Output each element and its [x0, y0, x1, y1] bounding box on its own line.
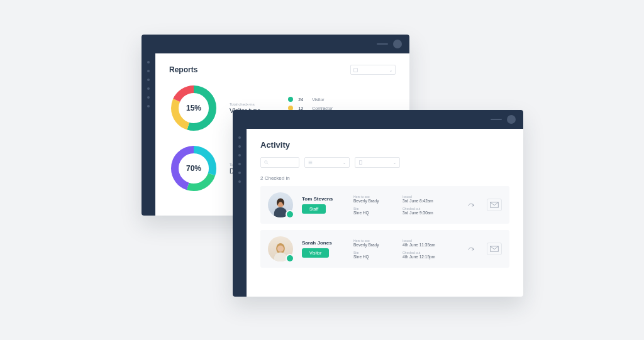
- person-name: Tom Stevens: [302, 196, 345, 202]
- svg-rect-0: [354, 68, 358, 72]
- legend-count: 24: [298, 97, 307, 102]
- role-tag: Staff: [302, 204, 326, 214]
- role-tag: Visitor: [302, 248, 329, 258]
- chevron-down-icon: ⌄: [389, 68, 392, 72]
- titlebar: [142, 35, 409, 53]
- rail-item[interactable]: [147, 105, 150, 107]
- search-icon: [264, 160, 269, 165]
- status-badge-online: [286, 254, 294, 263]
- window-control-close[interactable]: [393, 40, 402, 48]
- meta-value: Beverly Brady: [353, 243, 394, 247]
- filter-select-1[interactable]: ⌄: [304, 157, 350, 168]
- donut-chart-secondary: 70%: [169, 144, 218, 193]
- donut-percent: 70%: [169, 144, 218, 193]
- rail-item[interactable]: [147, 96, 150, 99]
- meta-value: 3rd June 9:30am: [402, 211, 443, 215]
- checkout-button[interactable]: [464, 198, 478, 212]
- rail-item[interactable]: [238, 145, 241, 148]
- rail-item[interactable]: [147, 61, 150, 63]
- side-rail: [233, 129, 247, 297]
- rail-item[interactable]: [238, 180, 241, 183]
- page-title: Activity: [260, 140, 509, 150]
- meta-value: 3rd June 8:42am: [402, 199, 443, 203]
- search-input[interactable]: [260, 157, 299, 168]
- person-name: Sarah Jones: [302, 240, 345, 246]
- avatar: [268, 192, 293, 217]
- svg-point-15: [277, 246, 284, 252]
- meta-value: Sine HQ: [353, 211, 394, 215]
- filter-icon: [353, 68, 358, 72]
- meta-label: Total check-ins: [230, 102, 260, 106]
- message-button[interactable]: [487, 199, 502, 211]
- legend-item: 24 Visitor: [288, 97, 333, 102]
- chevron-down-icon: ⌄: [393, 160, 396, 165]
- rail-item[interactable]: [238, 136, 241, 139]
- svg-rect-12: [359, 161, 362, 165]
- checkout-button[interactable]: [464, 242, 478, 256]
- window-control-close[interactable]: [507, 115, 516, 124]
- filter-select-2[interactable]: ⌄: [355, 157, 400, 168]
- titlebar: [233, 110, 523, 129]
- donut-percent: 15%: [169, 84, 218, 133]
- rail-item[interactable]: [147, 87, 150, 90]
- activity-window: Activity ⌄ ⌄: [233, 110, 523, 297]
- legend-color-swatch: [288, 97, 293, 102]
- window-control-minimize[interactable]: [377, 43, 388, 45]
- document-icon: [358, 160, 363, 165]
- rail-item[interactable]: [147, 79, 150, 81]
- filter-bar: ⌄ ⌄: [260, 157, 509, 168]
- activity-content: Activity ⌄ ⌄: [247, 129, 523, 297]
- svg-line-8: [267, 163, 268, 164]
- rail-item[interactable]: [238, 154, 241, 156]
- legend-label: Visitor: [312, 97, 324, 102]
- chevron-down-icon: ⌄: [343, 160, 346, 165]
- rail-item[interactable]: [147, 70, 150, 72]
- message-button[interactable]: [487, 243, 502, 255]
- avatar: [268, 236, 293, 261]
- svg-point-7: [265, 161, 267, 163]
- donut-chart-visitor-type: 15%: [169, 84, 218, 133]
- checked-in-count: 2 Checked in: [260, 175, 509, 181]
- activity-row: Tom Stevens Staff Here to see Beverly Br…: [260, 186, 509, 224]
- meta-value: 4th June 12:15pm: [402, 255, 443, 259]
- list-icon: [308, 160, 313, 165]
- meta-value: Sine HQ: [353, 255, 394, 259]
- report-filter-select[interactable]: ⌄: [350, 65, 396, 75]
- page-title: Reports: [169, 65, 197, 74]
- activity-row: Sarah Jones Visitor Here to see Beverly …: [260, 230, 509, 268]
- status-badge-online: [286, 210, 294, 219]
- rail-item[interactable]: [238, 172, 241, 174]
- meta-value: 4th June 11:35am: [402, 243, 443, 247]
- side-rail: [142, 53, 155, 216]
- window-control-minimize[interactable]: [491, 119, 502, 120]
- meta-value: Beverly Brady: [353, 199, 394, 203]
- rail-item[interactable]: [238, 163, 241, 165]
